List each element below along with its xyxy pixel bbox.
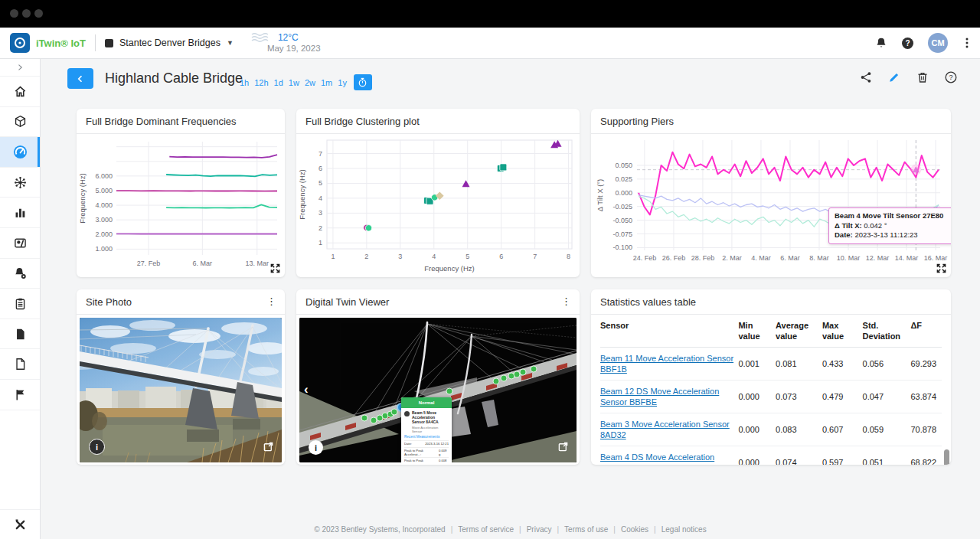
svg-text:8: 8 — [567, 253, 570, 260]
photo-info-button[interactable]: i — [89, 439, 105, 455]
sidebar-item-settings-tools[interactable] — [0, 509, 40, 539]
card-menu-icon[interactable]: ⋮ — [266, 300, 276, 303]
viewer-open-fullscreen-icon[interactable] — [557, 441, 569, 456]
time-range-1h[interactable]: 1h — [240, 78, 249, 87]
popup-measurement-row: Date:2023-3-16 12:21 — [404, 440, 449, 447]
svg-text:12. Mar: 12. Mar — [866, 254, 890, 262]
footer-link[interactable]: Terms of use — [564, 525, 608, 534]
edit-pencil-icon[interactable] — [888, 71, 900, 83]
chevron-down-icon[interactable]: ▼ — [227, 39, 234, 47]
supporting-piers-chart[interactable]: 0.0500.0250.000-0.025-0.050-0.075-0.1002… — [594, 134, 948, 276]
divider — [95, 34, 96, 51]
notifications-bell-icon[interactable] — [875, 37, 887, 49]
window-zoom-button[interactable] — [34, 9, 43, 18]
svg-text:24. Feb: 24. Feb — [633, 254, 657, 262]
photo-open-fullscreen-icon[interactable] — [263, 441, 274, 456]
sidebar-item-documents[interactable] — [0, 349, 40, 380]
sidebar-item-issues[interactable] — [0, 380, 40, 410]
sensor-link[interactable]: Beam 11 Move Acceleration Sensor BBF1B — [600, 354, 733, 374]
window-close-button[interactable] — [10, 9, 18, 18]
recent-measurements-link[interactable]: Recent Measurements — [404, 435, 449, 439]
avatar[interactable]: CM — [928, 33, 948, 53]
itwin-logo[interactable] — [10, 33, 30, 53]
statistics-table: SensorMin valueAverage valueMax valueStd… — [600, 315, 942, 465]
back-button[interactable] — [67, 68, 93, 89]
weather-temperature: 12°C — [278, 33, 299, 43]
svg-text:-0.050: -0.050 — [612, 217, 632, 224]
sidebar-item-digital-twin[interactable] — [0, 107, 40, 138]
time-range-1d[interactable]: 1d — [274, 78, 283, 87]
table-cell: 0.051 — [863, 446, 911, 466]
table-cell: 0.074 — [776, 446, 822, 466]
svg-text:6: 6 — [318, 165, 322, 172]
sidebar-item-alerts[interactable] — [0, 259, 40, 289]
svg-text:4. Mar: 4. Mar — [751, 254, 771, 262]
viewer-prev-arrow[interactable]: ‹ — [304, 382, 309, 397]
table-cell: 0.607 — [822, 413, 863, 446]
sidebar-item-map[interactable] — [0, 228, 40, 259]
table-scrollbar[interactable] — [944, 449, 949, 465]
footer-link[interactable]: Cookies — [621, 525, 648, 534]
clustering-scatter-chart[interactable]: 123456712345678Frequency (Hz)Frequency (… — [296, 134, 578, 276]
svg-text:-0.025: -0.025 — [612, 203, 632, 211]
home-icon — [14, 85, 27, 98]
sidebar-item-reports[interactable] — [0, 289, 40, 319]
project-icon — [105, 39, 113, 47]
svg-text:26. Feb: 26. Feb — [662, 254, 686, 262]
site-photo-image[interactable]: i — [80, 318, 282, 462]
card-dominant-frequencies: Full Bridge Dominant Frequencies 27. Feb… — [77, 109, 285, 277]
share-icon[interactable] — [860, 71, 872, 83]
footer-separator: | — [557, 525, 560, 534]
twin-viewer-canvas[interactable]: Normal Beam 5 Move Acceleration Sensor 8… — [299, 318, 577, 462]
svg-text:6. Mar: 6. Mar — [780, 254, 800, 262]
info-help-icon[interactable]: ? — [945, 71, 957, 83]
footer-link[interactable]: Privacy — [527, 525, 552, 534]
card-menu-icon[interactable]: ⋮ — [561, 300, 570, 303]
gauge-icon — [13, 145, 28, 159]
sensor-popup[interactable]: Normal Beam 5 Move Acceleration Sensor 8… — [401, 397, 452, 462]
sensor-link[interactable]: Beam 3 Move Acceleration Sensor 8AD32 — [600, 420, 730, 439]
project-selector[interactable]: Stantec Denver Bridges — [119, 38, 220, 48]
svg-text:16. Mar: 16. Mar — [924, 254, 948, 262]
table-cell: 0.597 — [822, 446, 863, 466]
dominant-frequencies-chart[interactable]: 27. Feb6. Mar13. Mar1.0002.0003.0004.000… — [77, 134, 283, 276]
time-range-1m[interactable]: 1m — [321, 78, 332, 87]
time-range-2w[interactable]: 2w — [305, 78, 315, 87]
sidebar-item-home[interactable] — [0, 77, 40, 107]
footer-link[interactable]: Terms of service — [458, 525, 514, 534]
time-range-selector: 1h12h1d1w2w1m1y — [240, 74, 372, 90]
footer-link[interactable]: Legal notices — [662, 525, 707, 534]
sidebar-item-analytics[interactable] — [0, 198, 40, 228]
svg-text:?: ? — [905, 39, 910, 47]
expand-fullscreen-icon[interactable] — [270, 263, 280, 276]
custom-time-button[interactable] — [354, 74, 372, 90]
svg-text:5: 5 — [318, 179, 322, 187]
window-minimize-button[interactable] — [22, 9, 31, 18]
delete-trash-icon[interactable] — [916, 71, 929, 83]
bar-chart-icon — [14, 206, 27, 219]
svg-text:1: 1 — [331, 253, 335, 260]
sidebar-expand-button[interactable] — [0, 59, 40, 77]
viewer-info-button[interactable]: i — [309, 440, 323, 455]
card-supporting-piers: Supporting Piers 0.0500.0250.000-0.025-0… — [591, 109, 951, 277]
table-row: Beam 4 DS Move Acceleration Sensor BBFD2… — [600, 446, 942, 466]
table-cell: 0.001 — [738, 348, 776, 381]
svg-text:3: 3 — [318, 209, 322, 217]
sensor-link[interactable]: Beam 12 DS Move Acceleration Sensor BBFB… — [600, 387, 719, 407]
column-header: Min value — [738, 315, 776, 348]
table-row: Beam 11 Move Acceleration Sensor BBF1B0.… — [600, 348, 942, 381]
sidebar-item-sensors[interactable] — [0, 168, 40, 198]
table-cell: 63.874 — [910, 381, 942, 413]
sidebar-item-dashboards[interactable] — [0, 137, 40, 168]
time-range-1y[interactable]: 1y — [338, 78, 347, 87]
expand-fullscreen-icon[interactable] — [936, 263, 946, 276]
sidebar-item-files[interactable] — [0, 319, 40, 350]
svg-text:4: 4 — [432, 253, 436, 260]
time-range-12h[interactable]: 12h — [254, 78, 268, 87]
more-menu-icon[interactable] — [962, 37, 972, 49]
svg-text:6.000: 6.000 — [95, 172, 113, 180]
time-range-1w[interactable]: 1w — [289, 78, 299, 87]
sensor-link[interactable]: Beam 4 DS Move Acceleration Sensor BBFD2 — [600, 452, 714, 465]
footer-separator: | — [451, 525, 453, 534]
help-icon[interactable]: ? — [901, 37, 914, 50]
